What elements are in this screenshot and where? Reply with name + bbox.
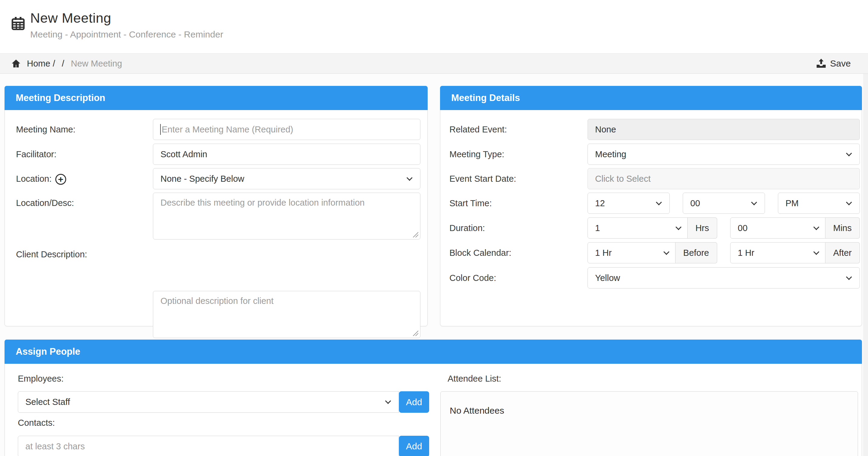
meeting-name-label: Meeting Name: <box>16 119 75 140</box>
related-event-field: None <box>588 119 860 140</box>
block-after-select[interactable]: 1 Hr <box>730 242 826 263</box>
meeting-name-input[interactable] <box>153 119 421 140</box>
chevron-down-icon <box>813 224 819 230</box>
duration-minutes-value: 00 <box>738 223 747 233</box>
client-desc-textarea[interactable] <box>153 291 421 338</box>
block-before-select[interactable]: 1 Hr <box>588 242 676 263</box>
block-after-value: 1 Hr <box>738 248 754 257</box>
home-icon[interactable] <box>11 59 21 68</box>
page-subtitle: Meeting - Appointment - Conference - Rem… <box>30 28 223 41</box>
related-event-label: Related Event: <box>450 119 507 140</box>
chevron-down-icon <box>663 249 670 255</box>
breadcrumb: Home / / New Meeting Save <box>0 53 868 74</box>
duration-label: Duration: <box>450 217 485 239</box>
block-before-unit: Before <box>676 242 717 263</box>
block-before-value: 1 Hr <box>595 248 612 257</box>
chevron-down-icon <box>813 249 819 255</box>
color-code-select[interactable]: Yellow <box>588 267 860 288</box>
contacts-input[interactable] <box>18 436 399 456</box>
color-code-label: Color Code: <box>450 267 496 288</box>
start-time-hour-value: 12 <box>595 199 605 208</box>
attendee-list-box: No Attendees <box>440 391 858 456</box>
chevron-down-icon <box>846 199 852 205</box>
employees-add-button[interactable]: Add <box>399 391 429 413</box>
chevron-down-icon <box>846 150 852 156</box>
location-select-value: None - Specify Below <box>160 174 244 184</box>
location-label: Location:+ <box>16 168 66 189</box>
breadcrumb-current: New Meeting <box>71 59 122 69</box>
event-start-date-label: Event Start Date: <box>450 168 516 189</box>
employees-select[interactable]: Select Staff <box>18 391 399 413</box>
panel-assign-people: Assign People Employees: Select Staff Ad… <box>4 340 862 456</box>
content-area: Meeting Description Meeting Name: Facili… <box>0 74 863 456</box>
panel-meeting-details: Meeting Details Related Event: None Meet… <box>440 86 862 326</box>
breadcrumb-home[interactable]: Home / <box>27 59 55 69</box>
start-time-minute-select[interactable]: 00 <box>683 193 765 214</box>
start-time-meridiem-select[interactable]: PM <box>778 193 860 214</box>
location-label-text: Location: <box>16 174 52 184</box>
add-location-icon[interactable]: + <box>55 174 66 185</box>
employees-select-value: Select Staff <box>25 397 70 407</box>
chevron-down-icon <box>751 199 757 205</box>
duration-minutes-select[interactable]: 00 <box>730 217 826 239</box>
page-header: New Meeting Meeting - Appointment - Conf… <box>0 0 868 53</box>
start-time-hour-select[interactable]: 12 <box>588 193 670 214</box>
duration-hours-unit: Hrs <box>688 217 717 239</box>
chevron-down-icon <box>676 224 682 230</box>
duration-hours-select[interactable]: 1 <box>588 217 688 239</box>
chevron-down-icon <box>846 274 852 280</box>
chevron-down-icon <box>385 398 391 404</box>
calendar-icon <box>11 16 25 31</box>
location-desc-label: Location/Desc: <box>16 198 74 208</box>
meeting-type-select[interactable]: Meeting <box>588 144 860 165</box>
attendee-list-label: Attendee List: <box>447 374 501 384</box>
page-title: New Meeting <box>30 10 223 27</box>
employees-label: Employees: <box>18 374 64 384</box>
panel-assign-people-header: Assign People <box>4 340 862 364</box>
location-select[interactable]: None - Specify Below <box>153 168 421 189</box>
block-calendar-label: Block Calendar: <box>450 242 512 263</box>
facilitator-input[interactable] <box>153 144 421 165</box>
panel-meeting-description: Meeting Description Meeting Name: Facili… <box>4 86 428 326</box>
save-button-label: Save <box>830 58 851 69</box>
block-after-unit: After <box>826 242 860 263</box>
start-time-meridiem-value: PM <box>785 199 799 208</box>
meeting-type-value: Meeting <box>595 149 626 159</box>
meeting-type-label: Meeting Type: <box>450 144 504 165</box>
client-desc-label: Client Description: <box>16 249 87 260</box>
start-time-label: Start Time: <box>450 193 492 214</box>
contacts-add-button[interactable]: Add <box>399 436 429 456</box>
panel-meeting-description-header: Meeting Description <box>4 86 428 110</box>
duration-hours-value: 1 <box>595 223 600 233</box>
duration-minutes-unit: Mins <box>826 217 860 239</box>
save-upload-icon <box>816 58 827 69</box>
color-code-value: Yellow <box>595 273 620 283</box>
attendee-empty-text: No Attendees <box>450 405 504 416</box>
location-desc-textarea[interactable] <box>153 193 421 240</box>
chevron-down-icon <box>406 175 412 181</box>
facilitator-label: Facilitator: <box>16 144 57 165</box>
event-start-date-input[interactable] <box>588 168 860 189</box>
chevron-down-icon <box>656 199 662 205</box>
contacts-label: Contacts: <box>18 418 55 428</box>
start-time-minute-value: 00 <box>690 199 700 208</box>
save-button[interactable]: Save <box>816 58 851 69</box>
breadcrumb-separator: / <box>62 59 64 69</box>
panel-meeting-details-header: Meeting Details <box>440 86 862 110</box>
